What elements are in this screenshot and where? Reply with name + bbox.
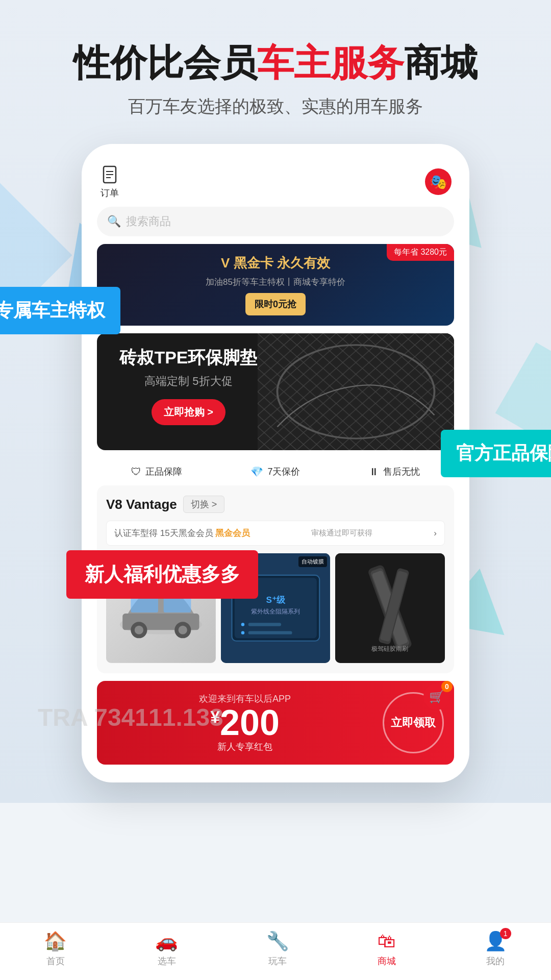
order-label: 订单 xyxy=(101,187,119,199)
phone-mockup: 订单 🎭 🔍 搜索商品 每年省 3280元 V 黑金卡 xyxy=(82,144,469,782)
nav-mine-badge-container: 👤 1 xyxy=(484,930,507,952)
feature-authentic-label: 正品保障 xyxy=(145,465,182,478)
svg-point-25 xyxy=(241,631,244,634)
shield-icon: 🛡 xyxy=(131,466,141,478)
nub-caption: 新人专享红包 xyxy=(107,741,383,753)
svg-rect-13 xyxy=(164,597,191,612)
svg-point-23 xyxy=(241,623,244,626)
nub-claim-button[interactable]: 立即领取 🛒 0 xyxy=(383,692,444,753)
feature-authentic: 🛡 正品保障 xyxy=(131,465,182,478)
feature-price-label: 7天保价 xyxy=(267,465,300,478)
car-select-icon: 🚗 xyxy=(155,930,178,952)
hero-section: 性价比会员车主服务商城 百万车友选择的极致、实惠的用车服务 专属车主特权 官方正… xyxy=(0,0,551,803)
avatar-emoji: 🎭 xyxy=(430,174,447,190)
chevron-right-icon: › xyxy=(434,528,437,538)
pb-product-image xyxy=(258,333,454,450)
hero-title-black2: 商城 xyxy=(404,42,478,83)
cart-icon: 🛒 xyxy=(429,690,444,704)
bc-left-content: V 黑金卡 永久有效 加油85折等车主特权丨商城专享特价 限时0元抢 xyxy=(108,254,443,315)
hero-title: 性价比会员车主服务商城 xyxy=(31,41,520,85)
svg-text:极驾硅胶雨刷: 极驾硅胶雨刷 xyxy=(371,645,409,652)
switch-car-button[interactable]: 切换 > xyxy=(183,496,225,513)
black-card-banner[interactable]: 每年省 3280元 V 黑金卡 永久有效 加油85折等车主特权丨商城专享特价 限… xyxy=(97,244,454,326)
user-avatar[interactable]: 🎭 xyxy=(425,168,452,195)
bc-subtitle: 加油85折等车主特权丨商城专享特价 xyxy=(108,276,443,288)
hero-title-black1: 性价比会员 xyxy=(73,42,257,83)
member-notice[interactable]: 认证车型得 15天黑金会员 黑金会员 审核通过即可获得 › xyxy=(106,521,445,546)
nav-play-car-label: 玩车 xyxy=(268,955,287,967)
car-model-header: V8 Vantage 切换 > xyxy=(106,496,445,513)
svg-rect-26 xyxy=(248,631,292,634)
nav-mine[interactable]: 👤 1 我的 xyxy=(484,930,507,967)
play-car-icon: 🔧 xyxy=(266,930,289,952)
search-placeholder: 搜索商品 xyxy=(126,214,171,229)
badge-exclusive-privilege: 专属车主特权 xyxy=(0,287,120,334)
mine-badge: 1 xyxy=(500,928,511,939)
tra-watermark: TRA 734111.133 xyxy=(38,703,223,731)
diamond-icon: 💎 xyxy=(251,465,263,478)
nav-home[interactable]: 🏠 首页 xyxy=(44,930,67,967)
app-header: 订单 🎭 xyxy=(92,159,459,207)
features-row: 🛡 正品保障 💎 7天保价 ⏸ 售后无忧 xyxy=(92,458,459,485)
floor-mat-pattern xyxy=(258,333,454,450)
car-model-name: V8 Vantage xyxy=(106,497,177,512)
search-icon: 🔍 xyxy=(107,215,121,228)
save-tag: 每年省 3280元 xyxy=(387,244,454,261)
search-bar[interactable]: 🔍 搜索商品 xyxy=(97,207,454,236)
bc-cta-button[interactable]: 限时0元抢 xyxy=(245,293,306,315)
svg-point-15 xyxy=(135,626,143,634)
hero-subtitle: 百万车友选择的极致、实惠的用车服务 xyxy=(31,95,520,118)
pb-title: 砖叔TPE环保脚垫 xyxy=(108,346,269,370)
feature-aftersale-label: 售后无忧 xyxy=(383,465,420,478)
svg-rect-7 xyxy=(258,333,454,450)
nav-car-select-label: 选车 xyxy=(158,955,176,967)
bottom-navigation: 🏠 首页 🚗 选车 🔧 玩车 🛍 商城 👤 1 我的 xyxy=(0,922,551,980)
pb-subtitle: 高端定制 5折大促 xyxy=(108,374,269,389)
nav-home-label: 首页 xyxy=(46,955,65,967)
feature-price: 💎 7天保价 xyxy=(251,465,300,478)
product-banner[interactable]: 砖叔TPE环保脚垫 高端定制 5折大促 立即抢购 > xyxy=(97,333,454,450)
order-icon xyxy=(99,164,120,185)
phone-container: 专属车主特权 官方正品保障 新人福利优惠多多 xyxy=(82,144,469,782)
badge-new-user-benefit: 新人福利优惠多多 xyxy=(66,550,258,599)
cart-float-button[interactable]: 🛒 0 xyxy=(423,683,450,710)
member-pass-text: 审核通过即可获得 xyxy=(311,528,372,538)
order-nav[interactable]: 订单 xyxy=(99,164,120,199)
svg-point-17 xyxy=(179,626,187,634)
nav-mall-label: 商城 xyxy=(378,955,396,967)
svg-text:S⁺级: S⁺级 xyxy=(266,595,285,605)
product-card-wiper[interactable]: 极驾硅胶雨刷 xyxy=(335,553,445,663)
member-notice-text: 认证车型得 15天黑金会员 黑金会员 xyxy=(114,527,250,539)
nav-mine-label: 我的 xyxy=(486,955,505,967)
service-icon: ⏸ xyxy=(369,466,379,478)
nav-car-select[interactable]: 🚗 选车 xyxy=(155,930,178,967)
auto-badge: 自动镀膜 xyxy=(298,556,327,567)
hero-title-red: 车主服务 xyxy=(257,42,404,83)
cart-badge: 0 xyxy=(441,681,453,692)
nav-mall[interactable]: 🛍 商城 xyxy=(378,930,396,967)
nav-play-car[interactable]: 🔧 玩车 xyxy=(266,930,289,967)
svg-rect-12 xyxy=(131,597,158,612)
pb-cta-button[interactable]: 立即抢购 > xyxy=(152,399,226,425)
feature-aftersale: ⏸ 售后无忧 xyxy=(369,465,420,478)
mall-icon: 🛍 xyxy=(378,930,396,952)
home-icon: 🏠 xyxy=(44,930,67,952)
badge-official-guarantee: 官方正品保障 xyxy=(441,430,551,477)
svg-rect-24 xyxy=(248,623,281,626)
svg-text:紫外线全阻隔系列: 紫外线全阻隔系列 xyxy=(251,608,300,615)
